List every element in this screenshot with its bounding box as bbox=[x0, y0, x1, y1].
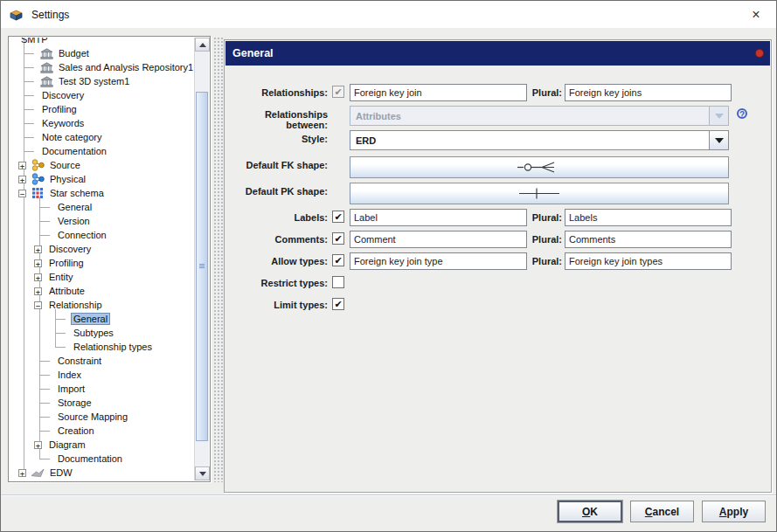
tree-item[interactable]: + Attribute bbox=[10, 284, 194, 298]
tree-item[interactable]: Constraint bbox=[10, 354, 194, 368]
relationships-input[interactable] bbox=[350, 84, 527, 101]
expand-toggle-icon[interactable]: + bbox=[18, 162, 26, 169]
apply-button[interactable]: Apply bbox=[702, 501, 766, 522]
tree-item[interactable]: Version bbox=[10, 214, 194, 228]
tree-item[interactable]: Index bbox=[10, 368, 194, 382]
tree-item[interactable]: Test 3D system1 bbox=[10, 74, 194, 88]
bank-icon bbox=[39, 47, 53, 59]
tree-item-label: Discovery bbox=[46, 243, 94, 255]
crows-foot-icon bbox=[516, 161, 563, 174]
tree-item-label: Storage bbox=[55, 397, 94, 409]
tree-connector bbox=[39, 417, 50, 418]
tree-item[interactable]: + Profiling bbox=[10, 256, 194, 270]
allow-types-label: Allow types: bbox=[225, 256, 328, 266]
restrict-types-checkbox[interactable] bbox=[332, 276, 344, 288]
tree-item[interactable]: Note category bbox=[10, 130, 194, 144]
tree-item-label: Attribute bbox=[46, 285, 87, 297]
tree-item-label: Physical bbox=[47, 173, 88, 185]
style-select[interactable]: ERD bbox=[350, 130, 729, 150]
splitter-handle[interactable] bbox=[212, 36, 223, 482]
tree-item[interactable]: Sales and Analysis Repository1 bbox=[10, 60, 194, 74]
settings-tree-panel: SMTP Budget Sales and Analysis Repositor… bbox=[8, 36, 211, 482]
tree-item[interactable]: + Diagram bbox=[10, 438, 194, 452]
allow-types-input[interactable] bbox=[350, 252, 527, 270]
cancel-button[interactable]: Cancel bbox=[630, 501, 694, 522]
plural-label: Plural: bbox=[531, 256, 562, 266]
expand-toggle-icon[interactable]: + bbox=[34, 441, 42, 449]
expand-toggle-icon[interactable]: + bbox=[34, 287, 42, 295]
comments-plural-input[interactable] bbox=[565, 231, 732, 248]
help-icon[interactable]: ? bbox=[737, 108, 747, 119]
tree-item[interactable]: Import bbox=[10, 382, 194, 396]
tree-item[interactable]: + Discovery bbox=[10, 242, 194, 256]
expand-toggle-icon[interactable]: + bbox=[34, 259, 42, 267]
tree-item[interactable]: − Relationship bbox=[10, 298, 194, 312]
tree-item-label: Discovery bbox=[39, 89, 87, 101]
tree-item[interactable]: + Entity bbox=[10, 270, 194, 284]
allow-types-plural-input[interactable] bbox=[565, 252, 732, 270]
limit-types-checkbox[interactable]: ✔ bbox=[332, 298, 344, 310]
expand-toggle-icon[interactable]: + bbox=[18, 176, 26, 183]
tree-connector bbox=[39, 389, 50, 390]
comments-checkbox[interactable]: ✔ bbox=[332, 232, 344, 245]
tree-item[interactable]: Profiling bbox=[10, 102, 194, 116]
tree-item-selected[interactable]: General bbox=[10, 312, 194, 326]
tree-scrollbar[interactable] bbox=[194, 38, 209, 480]
relationships-checkbox[interactable]: ✔ bbox=[332, 86, 344, 98]
tree-item[interactable]: SMTP bbox=[10, 38, 194, 46]
source-icon bbox=[31, 159, 45, 171]
allow-types-checkbox[interactable]: ✔ bbox=[332, 254, 344, 266]
tree-item[interactable]: + Source bbox=[10, 158, 194, 172]
default-pk-shape-label: Default PK shape: bbox=[225, 186, 328, 197]
tree-item[interactable]: Storage bbox=[10, 396, 194, 410]
app-logo-icon bbox=[9, 8, 24, 22]
tree-item[interactable]: Keywords bbox=[10, 116, 194, 130]
tree-item[interactable]: + Physical bbox=[10, 172, 194, 186]
tree-item-label: Connection bbox=[55, 229, 109, 241]
lifebuoy-help-icon[interactable] bbox=[756, 50, 763, 57]
tree-item-label: Documentation bbox=[55, 453, 125, 465]
scroll-down-icon[interactable] bbox=[195, 466, 210, 480]
default-fk-shape-label: Default FK shape: bbox=[225, 160, 328, 170]
scroll-up-icon[interactable] bbox=[195, 38, 210, 52]
expand-toggle-icon[interactable]: − bbox=[18, 190, 26, 197]
relationships-between-select: Attributes bbox=[350, 106, 729, 126]
ok-button[interactable]: OK bbox=[558, 501, 622, 522]
tree-item[interactable]: Creation bbox=[10, 424, 194, 438]
tree-connector bbox=[24, 53, 34, 54]
tree-connector bbox=[55, 347, 66, 348]
comments-label: Comments: bbox=[225, 234, 328, 245]
scrollbar-thumb[interactable] bbox=[196, 92, 208, 441]
tree-item-label: Index bbox=[55, 369, 84, 381]
tree-item[interactable]: + EDW bbox=[10, 466, 194, 480]
tree-item[interactable]: Subtypes bbox=[10, 326, 194, 340]
tree-item[interactable]: General bbox=[10, 200, 194, 214]
tree-item[interactable]: Relationship types bbox=[10, 340, 194, 354]
labels-label: Labels: bbox=[225, 212, 328, 223]
tree-item[interactable]: Connection bbox=[10, 228, 194, 242]
tree-item-label: Test 3D system1 bbox=[56, 75, 132, 87]
tree-item[interactable]: Discovery bbox=[10, 88, 194, 102]
expand-toggle-icon[interactable]: + bbox=[18, 469, 26, 477]
expand-toggle-icon[interactable]: − bbox=[34, 301, 42, 309]
restrict-types-label: Restrict types: bbox=[225, 278, 328, 288]
tree-item-label: Source Mapping bbox=[55, 411, 130, 423]
labels-input[interactable] bbox=[350, 209, 527, 226]
labels-plural-input[interactable] bbox=[565, 209, 732, 226]
comments-input[interactable] bbox=[350, 231, 527, 248]
labels-checkbox[interactable]: ✔ bbox=[332, 211, 344, 223]
default-pk-shape-button[interactable] bbox=[350, 183, 729, 204]
tree-item[interactable]: Documentation bbox=[10, 144, 194, 158]
chevron-down-icon[interactable] bbox=[709, 131, 728, 149]
expand-toggle-icon[interactable]: + bbox=[34, 245, 42, 253]
tree-item[interactable]: Documentation bbox=[10, 452, 194, 466]
close-icon[interactable]: × bbox=[736, 1, 776, 28]
default-fk-shape-button[interactable] bbox=[350, 156, 729, 178]
tree-item[interactable]: Budget bbox=[10, 46, 194, 60]
relationships-plural-input[interactable] bbox=[565, 84, 732, 101]
tree-item[interactable]: Source Mapping bbox=[10, 410, 194, 424]
tree-connector bbox=[24, 123, 34, 124]
style-label: Style: bbox=[225, 134, 328, 144]
tree-item[interactable]: − Star schema bbox=[10, 186, 194, 200]
expand-toggle-icon[interactable]: + bbox=[34, 273, 42, 281]
